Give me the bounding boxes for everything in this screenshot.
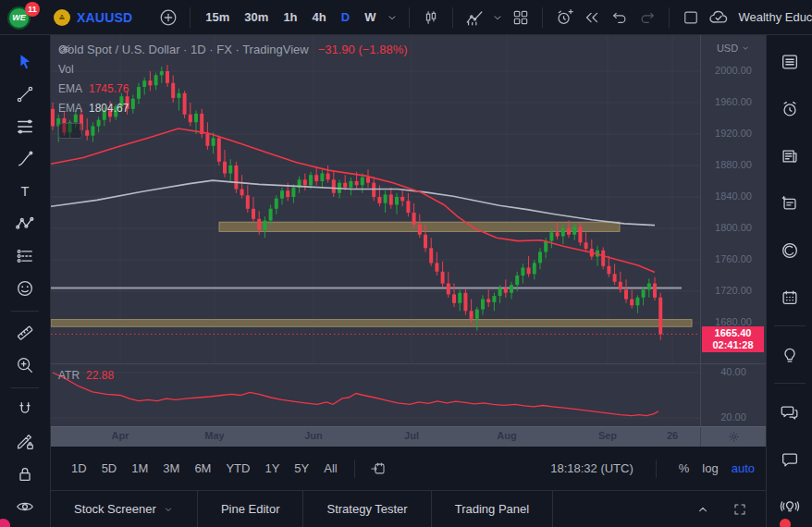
news-icon[interactable]	[774, 141, 806, 172]
time-axis[interactable]: AprMayJunJulAugSep26	[51, 426, 766, 447]
emoji-icon[interactable]	[9, 273, 41, 304]
chart-area: Gold Spot / U.S. Dollar · 1D · FX · Trad…	[51, 35, 766, 527]
legend-collapse-button[interactable]	[58, 123, 82, 139]
chart-settings-corner[interactable]	[700, 427, 766, 447]
tab-strategy-tester[interactable]: Strategy Tester	[303, 491, 431, 527]
symbol-title-row[interactable]: Gold Spot / U.S. Dollar · 1D · FX · Trad…	[58, 43, 408, 56]
hide-drawings-icon[interactable]	[9, 491, 41, 522]
undo-icon[interactable]	[606, 4, 634, 31]
trend-line-icon[interactable]	[9, 79, 41, 110]
log-scale-button[interactable]: log	[702, 461, 718, 475]
symbol-title: Gold Spot / U.S. Dollar · 1D · FX · Trad…	[58, 43, 309, 56]
currency-selector[interactable]: USD	[701, 43, 766, 54]
widget-sidebar	[766, 35, 812, 527]
timeframe-group: 15m30m1h4hDW	[198, 6, 383, 28]
cloud-saved-icon[interactable]	[705, 4, 732, 31]
time-tick-jun: Jun	[304, 430, 323, 441]
range-5y[interactable]: 5Y	[287, 457, 316, 480]
indicators-icon[interactable]	[461, 4, 488, 31]
fib-retracement-icon[interactable]	[9, 111, 41, 142]
price-axis[interactable]: USD 1665.40 02:41:28 2000.001960.001920.…	[700, 35, 766, 363]
layout-frame-icon[interactable]	[677, 4, 705, 31]
chart-style-candles-icon[interactable]	[417, 4, 445, 31]
symbol-search-button[interactable]: XAUUSD	[48, 6, 138, 30]
layout-name[interactable]: Wealthy Educ...	[738, 10, 812, 24]
watchlist-icon[interactable]	[774, 46, 806, 78]
range-5d[interactable]: 5D	[94, 457, 125, 480]
bar-countdown: 02:41:28	[702, 339, 764, 351]
hotlists-icon[interactable]	[774, 235, 806, 266]
alerts-icon[interactable]	[774, 93, 806, 125]
timeframe-1h[interactable]: 1h	[276, 6, 304, 28]
volume-label: Vol	[58, 63, 74, 76]
indicator-templates-chevron-icon[interactable]	[488, 4, 507, 31]
percent-scale-button[interactable]: %	[679, 461, 690, 475]
timeframe-15m[interactable]: 15m	[198, 6, 237, 28]
xabcd-pattern-icon[interactable]	[9, 208, 41, 239]
compare-add-button[interactable]	[154, 4, 182, 31]
redo-icon[interactable]	[634, 4, 661, 31]
range-1d[interactable]: 1D	[64, 457, 94, 480]
clock[interactable]: 18:18:32 (UTC)	[550, 461, 634, 475]
panel-expand-chevron-icon[interactable]	[692, 498, 714, 521]
toolbar-divider	[542, 7, 543, 28]
range-group: 1D5D1M3M6MYTD1Y5YAll	[64, 455, 392, 483]
long-position-icon[interactable]	[9, 240, 41, 272]
timeframe-w[interactable]: W	[357, 6, 383, 28]
notepad-icon[interactable]	[774, 188, 806, 219]
lock-all-icon[interactable]	[9, 459, 41, 490]
drawing-toolbar: T	[0, 35, 51, 527]
last-price-badge: 1665.40 02:41:28	[702, 326, 764, 352]
timeframe-30m[interactable]: 30m	[237, 6, 276, 28]
streams-icon[interactable]	[774, 491, 806, 522]
atr-axis[interactable]: 40.0020.00	[700, 364, 766, 426]
range-3m[interactable]: 3M	[155, 457, 187, 480]
public-chats-icon[interactable]	[774, 397, 806, 428]
timeframe-4h[interactable]: 4h	[305, 6, 334, 28]
fullscreen-icon[interactable]	[729, 498, 751, 521]
draw-lock-icon[interactable]	[9, 426, 41, 458]
go-to-date-icon[interactable]	[364, 455, 392, 483]
range-6m[interactable]: 6M	[187, 457, 218, 480]
atr-legend[interactable]: ATR 22.88	[58, 369, 114, 382]
toolbar-divider	[354, 460, 355, 478]
toolbar-divider	[774, 325, 806, 326]
price-tick: 1800.00	[701, 222, 766, 233]
calendar-icon[interactable]	[774, 282, 806, 313]
tab-label: Trading Panel	[455, 502, 529, 516]
range-ytd[interactable]: YTD	[218, 457, 257, 480]
tab-trading-panel[interactable]: Trading Panel	[432, 491, 553, 527]
panel-controls	[692, 491, 766, 527]
range-1m[interactable]: 1M	[124, 457, 155, 480]
zoom-in-icon[interactable]	[9, 349, 41, 381]
price-tick: 1920.00	[701, 128, 766, 139]
magnet-icon[interactable]	[9, 394, 41, 425]
volume-indicator-row[interactable]: Vol	[58, 63, 408, 76]
layout-grid-icon[interactable]	[507, 4, 535, 31]
ruler-icon[interactable]	[9, 317, 41, 349]
cursor-icon[interactable]	[9, 46, 41, 78]
bar-replay-icon[interactable]	[578, 4, 606, 31]
tab-pine-editor[interactable]: Pine Editor	[198, 491, 304, 527]
time-tick-may: May	[204, 430, 224, 441]
timeframe-menu-chevron-icon[interactable]	[383, 4, 401, 31]
private-chat-icon[interactable]	[774, 444, 806, 475]
tradingview-app: WE 11 XAUUSD 15m30m1h4hDW	[0, 0, 812, 527]
timeframe-d[interactable]: D	[334, 6, 357, 28]
range-1y[interactable]: 1Y	[257, 457, 287, 480]
auto-scale-button[interactable]: auto	[732, 461, 755, 475]
atr-chart[interactable]: ATR 22.88	[51, 364, 700, 426]
account-menu-button[interactable]: WE 11	[7, 5, 35, 31]
ema-slow-row[interactable]: EMA 1804.67	[58, 102, 408, 115]
ideas-icon[interactable]	[774, 339, 806, 371]
price-tick: 1720.00	[701, 285, 766, 296]
range-all[interactable]: All	[316, 457, 344, 480]
brush-icon[interactable]	[9, 143, 41, 175]
gold-icon	[54, 9, 70, 26]
price-chart[interactable]: Gold Spot / U.S. Dollar · 1D · FX · Trad…	[51, 35, 700, 363]
text-icon[interactable]: T	[9, 176, 41, 207]
ema-fast-row[interactable]: EMA 1745.76	[58, 82, 408, 95]
tab-stock-screener[interactable]: Stock Screener	[51, 491, 198, 527]
create-alert-icon[interactable]	[550, 4, 578, 31]
last-price: 1665.40	[702, 327, 764, 339]
